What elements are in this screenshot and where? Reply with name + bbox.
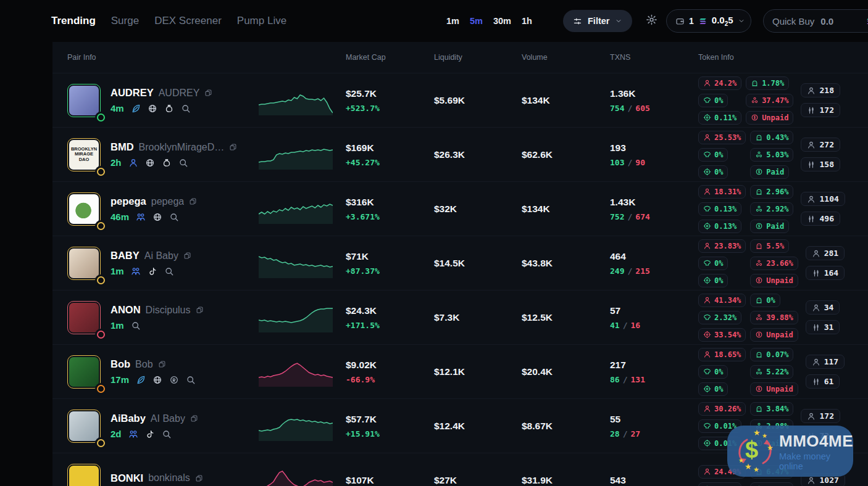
table-row[interactable]: AUDREY AUDREY 4m $25.7K +523.7% $5.69K $… xyxy=(52,73,868,127)
copy-address-icon[interactable] xyxy=(183,252,191,260)
liquidity-cell: $12.1K xyxy=(434,366,522,377)
target-icon xyxy=(703,113,711,122)
token-symbol[interactable]: BMD xyxy=(111,141,134,153)
copy-address-icon[interactable] xyxy=(229,143,237,151)
search-icon[interactable] xyxy=(181,104,191,113)
tab-surge[interactable]: Surge xyxy=(111,15,139,27)
token-avatar[interactable] xyxy=(67,301,101,334)
search-icon[interactable] xyxy=(178,158,188,168)
pro-value: 172 xyxy=(819,105,833,115)
header-liquidity: Liquidity xyxy=(434,53,522,62)
token-avatar[interactable]: BROOKLYN MIRAGE DAO xyxy=(67,138,101,171)
token-symbol[interactable]: ANON xyxy=(111,304,141,316)
wallet-count: 1 xyxy=(689,16,694,26)
search-icon[interactable] xyxy=(169,212,179,222)
market-cap-change: +45.27% xyxy=(346,158,434,167)
timeframe-5m[interactable]: 5m xyxy=(470,16,483,26)
token-avatar[interactable] xyxy=(67,192,101,226)
globe-icon[interactable] xyxy=(152,375,162,385)
txns-buys-sells: 86/131 xyxy=(610,375,698,384)
tab-trending[interactable]: Trending xyxy=(51,15,96,27)
ghost-icon xyxy=(755,405,763,413)
timeframe-30m[interactable]: 30m xyxy=(493,16,511,26)
table-row[interactable]: BROOKLYN MIRAGE DAO BMD BrooklynMirageD…… xyxy=(52,127,868,181)
filter-button[interactable]: Filter xyxy=(563,10,632,32)
token-metric-badge: 0% xyxy=(698,165,728,179)
txns-cell: 464 249/215 xyxy=(610,251,698,276)
moneybag-icon[interactable] xyxy=(162,158,172,168)
ring-icon[interactable] xyxy=(169,375,179,385)
gear-icon xyxy=(646,14,657,26)
token-age: 1m xyxy=(111,266,124,276)
token-symbol[interactable]: Bob xyxy=(111,358,130,370)
token-name: Ai Baby xyxy=(144,250,178,262)
bundle-icon xyxy=(755,368,763,376)
txns-buys-sells: 752/674 xyxy=(610,212,698,221)
people-icon[interactable] xyxy=(128,429,138,439)
search-icon[interactable] xyxy=(186,375,196,385)
tiktok-icon[interactable] xyxy=(145,429,155,439)
people-icon[interactable] xyxy=(131,266,141,276)
table-row[interactable]: BABY Ai Baby 1m $71K +87.37% $14.5K $43.… xyxy=(52,236,868,290)
header-txns: TXNS xyxy=(610,53,698,62)
person-icon[interactable] xyxy=(128,158,138,168)
copy-address-icon[interactable] xyxy=(195,474,203,482)
liquidity-cell: $32K xyxy=(434,204,522,215)
chef-icon xyxy=(703,205,711,213)
quick-buy-input[interactable]: Quick Buy 0.0 xyxy=(763,9,868,33)
search-icon[interactable] xyxy=(162,429,172,439)
token-metric-badge: 2.92% xyxy=(750,202,793,216)
pro-value: 496 xyxy=(819,214,833,223)
txns-buys: 754 xyxy=(610,104,624,113)
timeframe-1m[interactable]: 1m xyxy=(446,16,459,26)
settings-button[interactable] xyxy=(646,14,657,28)
timeframe-1h[interactable]: 1h xyxy=(522,16,532,26)
pair-info-cell: BROOKLYN MIRAGE DAO BMD BrooklynMirageD…… xyxy=(67,138,259,171)
token-symbol[interactable]: AUDREY xyxy=(111,87,154,99)
token-symbol[interactable]: BONKI xyxy=(111,472,143,484)
copy-address-icon[interactable] xyxy=(189,197,197,205)
txns-buys: 41 xyxy=(610,321,620,330)
wallet-selector[interactable]: 1 0.025 xyxy=(666,9,751,33)
moneybag-icon[interactable] xyxy=(164,104,174,113)
globe-icon[interactable] xyxy=(145,158,155,168)
feather-icon[interactable] xyxy=(136,375,146,385)
globe-icon[interactable] xyxy=(152,212,162,222)
table-row[interactable]: ANON Discipulus 1m $24.3K +171.5% $7.3K … xyxy=(52,290,868,344)
token-avatar[interactable] xyxy=(67,355,101,389)
table-row[interactable]: Bob Bob 17m $9.02K -66.9% $12.1K $20.4K … xyxy=(52,344,868,398)
globe-icon[interactable] xyxy=(148,104,157,113)
token-metric-badge: Paid xyxy=(750,220,789,233)
token-links xyxy=(128,158,188,168)
token-avatar[interactable] xyxy=(67,410,101,443)
copy-address-icon[interactable] xyxy=(196,306,204,314)
copy-address-icon[interactable] xyxy=(190,414,198,422)
txns-cell: 57 41/16 xyxy=(610,305,698,330)
tab-dex-screener[interactable]: DEX Screener xyxy=(154,15,222,27)
token-age: 4m xyxy=(111,103,124,113)
token-symbol[interactable]: BABY xyxy=(111,250,140,262)
feather-icon[interactable] xyxy=(131,104,141,113)
token-links xyxy=(136,375,196,385)
copy-address-icon[interactable] xyxy=(204,89,212,97)
header-market-cap: Market Cap xyxy=(346,53,434,62)
copy-address-icon[interactable] xyxy=(158,360,166,368)
market-cap-change: +523.7% xyxy=(346,104,434,113)
token-symbol[interactable]: AiBaby xyxy=(111,413,146,424)
token-avatar[interactable] xyxy=(67,84,101,117)
search-icon[interactable] xyxy=(164,266,174,276)
tab-pump-live[interactable]: Pump Live xyxy=(237,15,286,27)
liquidity-value: $12.4K xyxy=(434,421,522,432)
tiktok-icon[interactable] xyxy=(148,266,157,276)
token-symbol[interactable]: pepega xyxy=(111,196,146,207)
token-name: pepega xyxy=(151,196,184,207)
token-metric-badge: 0% xyxy=(698,94,728,107)
token-avatar[interactable] xyxy=(67,247,101,280)
avatar-image xyxy=(69,194,99,224)
people-icon[interactable] xyxy=(136,212,146,222)
token-avatar[interactable] xyxy=(67,464,101,486)
search-icon[interactable] xyxy=(131,321,141,331)
table-row[interactable]: pepega pepega 46m $316K +3.671% $32K $13… xyxy=(52,181,868,236)
volume-cell: $20.4K xyxy=(522,366,610,377)
dollar-sign: $ xyxy=(745,437,758,463)
